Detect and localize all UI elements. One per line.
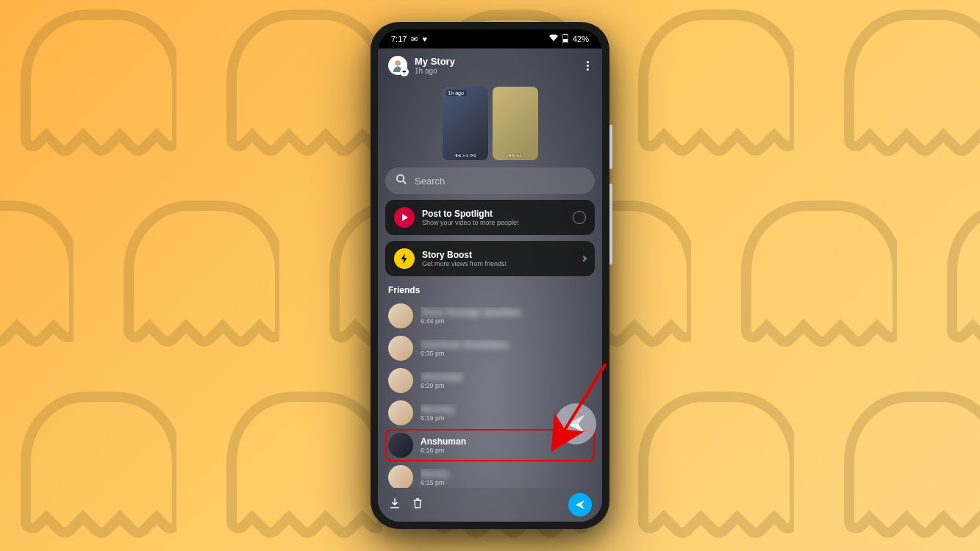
play-icon bbox=[394, 207, 415, 228]
menu-button[interactable] bbox=[584, 58, 592, 73]
friend-row[interactable]: Ashutosh Srivastava6:35 pm bbox=[385, 332, 595, 364]
header-title: My Story bbox=[415, 56, 576, 67]
friend-avatar bbox=[388, 465, 413, 488]
friend-avatar bbox=[388, 368, 413, 393]
friend-name: Shashwat bbox=[421, 372, 592, 382]
search-input[interactable] bbox=[415, 176, 584, 187]
friend-time: 6:15 pm bbox=[421, 479, 592, 486]
story-tile[interactable]: 👁5 ✂1 bbox=[493, 87, 538, 160]
spotlight-radio[interactable] bbox=[573, 211, 586, 224]
friend-avatar bbox=[388, 336, 413, 361]
friend-time: 6:29 pm bbox=[421, 382, 592, 389]
annotation-send-highlight bbox=[555, 403, 596, 444]
spotlight-card[interactable]: Post to Spotlight Show your video to mor… bbox=[385, 200, 595, 235]
background: 7:17 ✉ ♥ 42% bbox=[0, 0, 980, 551]
boost-sub: Get more views from friends! bbox=[422, 260, 574, 267]
my-story-avatar[interactable]: + bbox=[388, 56, 407, 75]
wifi-icon bbox=[549, 35, 558, 43]
friend-name: Bunny bbox=[421, 469, 592, 479]
header: + My Story 1h ago bbox=[378, 48, 602, 82]
friend-avatar bbox=[388, 303, 413, 328]
add-story-icon: + bbox=[400, 68, 409, 76]
friends-section-title: Friends bbox=[385, 282, 595, 300]
spotlight-sub: Show your video to more people! bbox=[422, 219, 565, 226]
tile-stats: 👁6 ✂1 ⟳3 bbox=[443, 153, 488, 158]
friend-time: 6:44 pm bbox=[421, 317, 592, 325]
status-time: 7:17 bbox=[391, 35, 407, 43]
phone-frame: 7:17 ✉ ♥ 42% bbox=[371, 22, 609, 529]
friend-name: Paras Rustagi Jewellers bbox=[421, 307, 592, 317]
tile-age: 1h ago bbox=[446, 90, 467, 96]
heart-icon: ♥ bbox=[422, 35, 427, 43]
send-button[interactable] bbox=[568, 493, 592, 516]
boost-title: Story Boost bbox=[422, 250, 574, 260]
chevron-right-icon bbox=[581, 256, 587, 262]
header-subtitle: 1h ago bbox=[415, 67, 576, 75]
delete-button[interactable] bbox=[412, 497, 423, 513]
mail-icon: ✉ bbox=[411, 35, 418, 44]
bolt-icon bbox=[394, 248, 415, 269]
friend-avatar bbox=[388, 400, 413, 425]
friend-avatar bbox=[388, 433, 413, 458]
friend-name: Ashutosh Srivastava bbox=[421, 339, 592, 350]
camera-hole bbox=[487, 29, 493, 36]
svg-rect-2 bbox=[563, 39, 568, 42]
boost-card[interactable]: Story Boost Get more views from friends! bbox=[385, 241, 595, 276]
friend-time: 6:16 pm bbox=[421, 447, 592, 454]
battery-icon bbox=[562, 34, 568, 44]
search-icon bbox=[396, 173, 407, 188]
svg-point-3 bbox=[395, 60, 401, 66]
download-button[interactable] bbox=[388, 497, 401, 513]
screen: 7:17 ✉ ♥ 42% bbox=[378, 29, 602, 522]
search-box[interactable] bbox=[385, 168, 595, 194]
footer bbox=[378, 488, 602, 522]
spotlight-title: Post to Spotlight bbox=[422, 209, 565, 219]
svg-point-4 bbox=[397, 175, 404, 181]
status-battery: 42% bbox=[573, 35, 589, 43]
story-tiles: 1h ago 👁6 ✂1 ⟳3 👁5 ✂1 bbox=[378, 82, 602, 168]
tile-stats: 👁5 ✂1 bbox=[493, 153, 538, 158]
svg-line-5 bbox=[403, 181, 406, 184]
friend-row[interactable]: Paras Rustagi Jewellers6:44 pm bbox=[385, 300, 595, 332]
friend-row[interactable]: Shashwat6:29 pm bbox=[385, 364, 595, 397]
story-tile[interactable]: 1h ago 👁6 ✂1 ⟳3 bbox=[443, 87, 488, 160]
friend-time: 6:35 pm bbox=[421, 350, 592, 357]
friend-row[interactable]: Bunny6:15 pm bbox=[385, 461, 595, 488]
